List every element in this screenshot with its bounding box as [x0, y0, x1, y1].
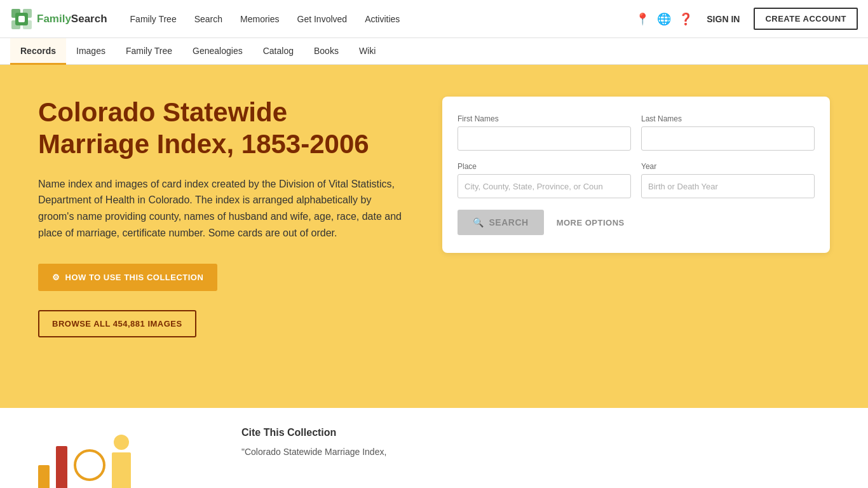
secondary-navigation: Records Images Family Tree Genealogies C… [0, 38, 868, 65]
secondary-nav-genealogies[interactable]: Genealogies [182, 38, 253, 65]
browse-images-button[interactable]: BROWSE ALL 454,881 IMAGES [38, 310, 196, 337]
year-group: Year [641, 162, 815, 198]
first-names-group: First Names [458, 114, 631, 151]
svg-rect-5 [18, 16, 25, 22]
last-names-group: Last Names [641, 114, 815, 151]
last-names-label: Last Names [641, 114, 815, 123]
cite-section: Cite This Collection "Colorado Statewide… [241, 427, 830, 459]
cite-text: "Colorado Statewide Marriage Index, [241, 445, 830, 459]
top-navigation: FamilySearch Family Tree Search Memories… [0, 0, 868, 38]
how-to-button[interactable]: ⚙ HOW TO USE THIS COLLECTION [38, 264, 217, 291]
browse-label: BROWSE ALL 454,881 IMAGES [52, 319, 182, 329]
name-row: First Names Last Names [458, 114, 815, 151]
secondary-nav-catalog[interactable]: Catalog [253, 38, 304, 65]
nav-get-involved[interactable]: Get Involved [290, 9, 355, 29]
year-label: Year [641, 162, 815, 171]
search-button[interactable]: 🔍 SEARCH [458, 210, 544, 235]
secondary-nav-books[interactable]: Books [304, 38, 349, 65]
place-year-row: Place Year [458, 162, 815, 198]
year-input[interactable] [641, 174, 815, 198]
illus-person [112, 452, 131, 488]
illus-circle [74, 449, 105, 481]
search-actions: 🔍 SEARCH MORE OPTIONS [458, 210, 815, 235]
search-button-label: SEARCH [489, 217, 529, 227]
collection-description: Name index and images of card index crea… [38, 176, 404, 241]
create-account-button[interactable]: CREATE ACCOUNT [754, 8, 858, 30]
bottom-section: Cite This Collection "Colorado Statewide… [0, 408, 868, 488]
search-card: First Names Last Names Place Year 🔍 SEAR… [442, 97, 830, 253]
nav-activities[interactable]: Activities [357, 9, 407, 29]
place-group: Place [458, 162, 631, 198]
main-nav: Family Tree Search Memories Get Involved… [123, 9, 636, 29]
hero-buttons: ⚙ HOW TO USE THIS COLLECTION BROWSE ALL … [38, 264, 404, 337]
info-icon: ⚙ [52, 273, 60, 282]
secondary-nav-images[interactable]: Images [66, 38, 116, 65]
hero-content: Colorado Statewide Marriage Index, 1853-… [38, 97, 404, 337]
familysearch-logo-icon [10, 8, 33, 30]
place-input[interactable] [458, 174, 631, 198]
help-icon[interactable]: ❓ [679, 12, 693, 26]
illustration [38, 427, 216, 488]
illus-bar-2 [56, 446, 67, 488]
how-to-label: HOW TO USE THIS COLLECTION [65, 273, 204, 282]
last-names-input[interactable] [641, 126, 815, 151]
secondary-nav-wiki[interactable]: Wiki [349, 38, 386, 65]
secondary-nav-records[interactable]: Records [10, 38, 66, 65]
cite-title: Cite This Collection [241, 427, 830, 438]
nav-memories[interactable]: Memories [233, 9, 287, 29]
nav-family-tree[interactable]: Family Tree [123, 9, 184, 29]
nav-right-actions: 📍 🌐 ❓ SIGN IN CREATE ACCOUNT [635, 8, 858, 30]
secondary-nav-family-tree[interactable]: Family Tree [116, 38, 182, 65]
language-icon[interactable]: 🌐 [657, 12, 671, 26]
search-icon: 🔍 [473, 217, 484, 227]
first-names-input[interactable] [458, 126, 631, 151]
hero-section: Colorado Statewide Marriage Index, 1853-… [0, 65, 868, 408]
logo[interactable]: FamilySearch [10, 8, 107, 30]
logo-text: FamilySearch [37, 13, 107, 25]
place-label: Place [458, 162, 631, 171]
nav-search[interactable]: Search [187, 9, 230, 29]
first-names-label: First Names [458, 114, 631, 123]
sign-in-button[interactable]: SIGN IN [700, 10, 746, 28]
location-icon[interactable]: 📍 [635, 12, 649, 26]
collection-title: Colorado Statewide Marriage Index, 1853-… [38, 97, 404, 161]
more-options-link[interactable]: MORE OPTIONS [557, 218, 625, 227]
illus-bar-1 [38, 465, 50, 488]
